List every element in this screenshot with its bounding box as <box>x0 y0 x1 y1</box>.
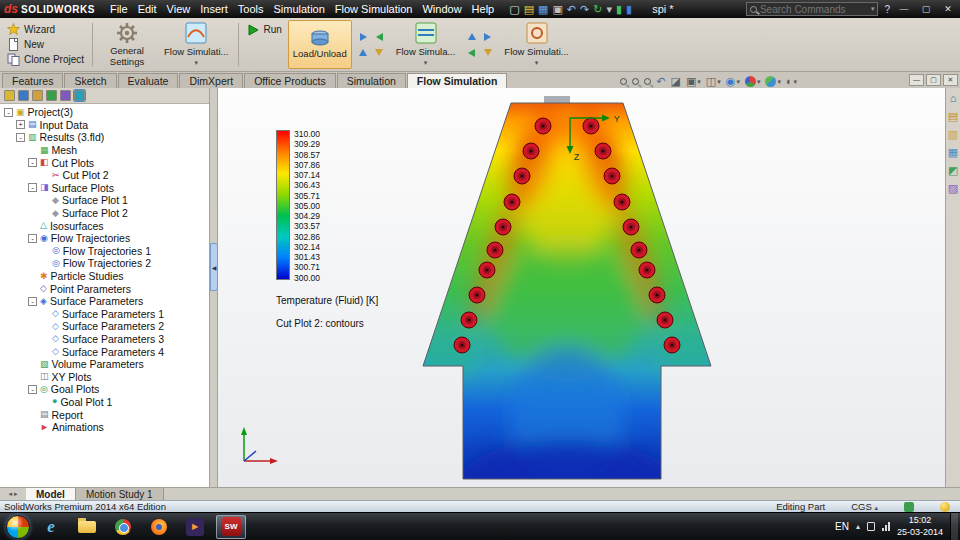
network-icon[interactable] <box>882 522 890 531</box>
wizard-button[interactable]: Wizard <box>4 22 87 37</box>
configurationmanager-tab-icon[interactable] <box>32 90 43 101</box>
insert-trajectories-icon[interactable] <box>357 46 370 59</box>
search-input[interactable] <box>760 4 868 15</box>
tree-item-cut-plots[interactable]: -◧Cut Plots <box>0 156 209 169</box>
search-commands-box[interactable]: ▾ <box>746 2 879 16</box>
action-center-icon[interactable] <box>867 522 875 531</box>
tree-item-volume-parameters[interactable]: ▧Volume Parameters <box>0 358 209 371</box>
menu-window[interactable]: Window <box>417 3 466 15</box>
zoom-to-area-icon[interactable] <box>632 78 639 85</box>
general-settings-button[interactable]: General Settings <box>98 20 156 69</box>
new-icon[interactable]: ▢ <box>509 4 519 15</box>
doc-restore-icon[interactable]: ▢ <box>926 74 941 86</box>
start-orb-icon[interactable] <box>6 515 30 539</box>
section-view-icon[interactable]: ◪ <box>671 76 681 87</box>
show-desktop-button[interactable] <box>950 513 958 540</box>
collapse-icon[interactable]: - <box>4 108 13 117</box>
apply-scene-icon[interactable]: ▾ <box>765 76 781 87</box>
collapse-icon[interactable]: - <box>28 385 37 394</box>
tree-item-flow-trajectories-2[interactable]: ◎Flow Trajectories 2 <box>0 257 209 270</box>
tree-item-report[interactable]: ▤Report <box>0 408 209 421</box>
tab-office-products[interactable]: Office Products <box>244 73 336 88</box>
appearances-icon[interactable]: ◩ <box>948 165 958 176</box>
load-unload-button[interactable]: Load/Unload <box>288 20 352 69</box>
redo-icon[interactable]: ↷ <box>580 4 589 15</box>
open-icon[interactable]: ▤ <box>524 4 534 15</box>
tree-item-particle-studies[interactable]: ✱Particle Studies <box>0 270 209 283</box>
tree-item-surface-plots[interactable]: -◨Surface Plots <box>0 182 209 195</box>
insert-cut-plot-icon[interactable] <box>357 30 370 43</box>
insert-goal-plot-icon[interactable] <box>373 46 386 59</box>
flow-simulation-display-button[interactable]: Flow Simula... ▾ <box>391 20 461 69</box>
undo-icon[interactable]: ↶ <box>567 4 576 15</box>
clock[interactable]: 15:02 25-03-2014 <box>897 515 943 538</box>
help-status-icon[interactable] <box>940 502 950 512</box>
chrome-icon[interactable] <box>108 515 138 539</box>
model-tab-motion-study-1[interactable]: Motion Study 1 <box>76 488 164 500</box>
view-orientation-icon[interactable]: ▣▾ <box>686 76 701 87</box>
collapse-icon[interactable]: - <box>28 183 37 192</box>
options-icon[interactable]: ▾ <box>607 4 613 15</box>
tree-item-surface-parameters[interactable]: -◈Surface Parameters <box>0 295 209 308</box>
tree-item-surface-parameters-3[interactable]: ◇Surface Parameters 3 <box>0 333 209 346</box>
custom-properties-icon[interactable]: ▨ <box>948 183 958 194</box>
help-icon[interactable]: ? <box>884 4 890 15</box>
insert-surface-plot-icon[interactable] <box>373 30 386 43</box>
view-settings-icon[interactable]: ◐▾ <box>786 76 797 87</box>
units-dropdown-icon[interactable]: ▴ <box>874 504 878 511</box>
tab-sketch[interactable]: Sketch <box>64 73 116 88</box>
displaymanager-tab-icon[interactable] <box>60 90 71 101</box>
propertymanager-tab-icon[interactable] <box>18 90 29 101</box>
restore-icon[interactable]: ▢ <box>918 4 934 14</box>
collapse-icon[interactable]: - <box>16 133 25 142</box>
home-icon[interactable]: ⌂ <box>950 93 957 104</box>
run-button[interactable]: Run <box>244 22 284 37</box>
tag-icon[interactable] <box>904 502 914 512</box>
tree-item-input-data[interactable]: +▤Input Data <box>0 119 209 132</box>
panel-splitter[interactable]: ◀ <box>210 88 218 487</box>
tree-item-results-3-fld[interactable]: -▥Results (3.fld) <box>0 131 209 144</box>
previous-view-icon[interactable]: ↶ <box>656 76 665 87</box>
tab-flow-simulation[interactable]: Flow Simulation <box>407 73 508 88</box>
language-indicator[interactable]: EN <box>835 521 849 532</box>
zoom-in-out-icon[interactable] <box>644 78 651 85</box>
tree-item-goal-plot-1[interactable]: ●Goal Plot 1 <box>0 396 209 409</box>
solidworks-icon[interactable]: SW <box>216 515 246 539</box>
tree-item-xy-plots[interactable]: ◫XY Plots <box>0 370 209 383</box>
design-library-icon[interactable]: ▤ <box>948 111 958 122</box>
edit-appearance-icon[interactable]: ▾ <box>745 76 761 87</box>
menu-flow-simulation[interactable]: Flow Simulation <box>330 3 418 15</box>
mesh-display-icon[interactable] <box>465 30 478 43</box>
media-player-icon[interactable]: ▶ <box>180 515 210 539</box>
internet-explorer-icon[interactable]: e <box>36 515 66 539</box>
tree-item-cut-plot-2[interactable]: ✂Cut Plot 2 <box>0 169 209 182</box>
print-icon[interactable]: ▣ <box>552 4 562 15</box>
clone-project-button[interactable]: Clone Project <box>4 52 87 67</box>
tree-item-isosurfaces[interactable]: △Isosurfaces <box>0 219 209 232</box>
tab-features[interactable]: Features <box>2 73 63 88</box>
collapse-icon[interactable]: - <box>28 297 37 306</box>
compare-icon[interactable] <box>481 46 494 59</box>
zoom-to-fit-icon[interactable] <box>620 78 627 85</box>
simulation-advisor-icon[interactable]: ▮ <box>616 4 622 15</box>
flow-simulation-tab-icon[interactable] <box>74 90 85 101</box>
expand-icon[interactable]: + <box>16 120 25 129</box>
menu-file[interactable]: File <box>105 3 133 15</box>
menu-view[interactable]: View <box>162 3 196 15</box>
search-dropdown-icon[interactable]: ▾ <box>871 5 875 13</box>
collapse-icon[interactable]: - <box>28 234 37 243</box>
featuremanager-tab-icon[interactable] <box>4 90 15 101</box>
tab-simulation[interactable]: Simulation <box>337 73 406 88</box>
save-icon[interactable]: ▦ <box>538 4 548 15</box>
file-explorer-icon[interactable]: ▥ <box>948 129 958 140</box>
hidden-icons-icon[interactable]: ▴ <box>856 522 860 531</box>
measure-icon[interactable]: ▮ <box>626 4 632 15</box>
menu-simulation[interactable]: Simulation <box>268 3 329 15</box>
tab-evaluate[interactable]: Evaluate <box>118 73 179 88</box>
tab-dimxpert[interactable]: DimXpert <box>179 73 243 88</box>
view-palette-icon[interactable]: ▦ <box>948 147 958 158</box>
flow-simulation-features-button[interactable]: Flow Simulati... ▾ <box>159 20 233 69</box>
tree-item-surface-parameters-2[interactable]: ◇Surface Parameters 2 <box>0 320 209 333</box>
hide-show-items-icon[interactable]: ◉▾ <box>726 76 740 87</box>
tree-item-surface-parameters-4[interactable]: ◇Surface Parameters 4 <box>0 345 209 358</box>
